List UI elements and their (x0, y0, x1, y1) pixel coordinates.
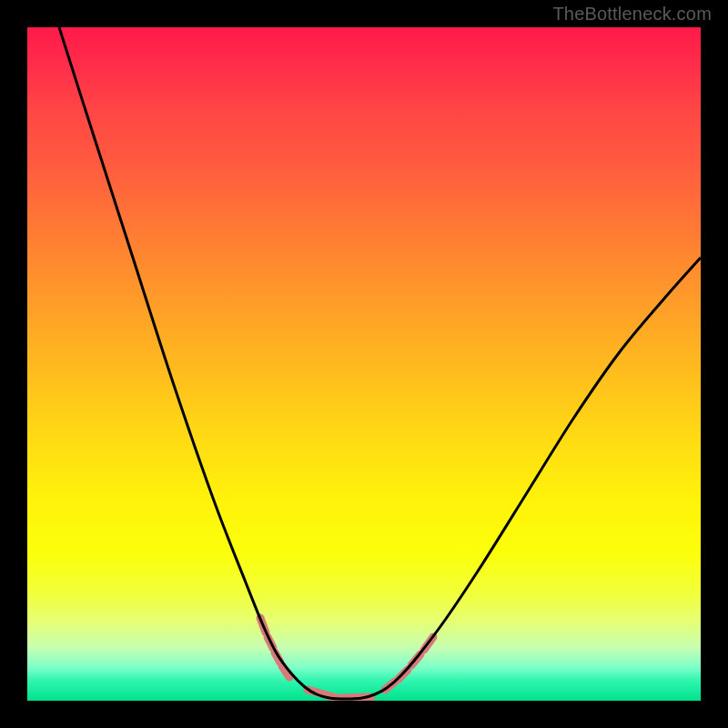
chart-frame: TheBottleneck.com (0, 0, 728, 728)
watermark-text: TheBottleneck.com (552, 4, 712, 25)
gradient-plot-area (27, 27, 701, 701)
